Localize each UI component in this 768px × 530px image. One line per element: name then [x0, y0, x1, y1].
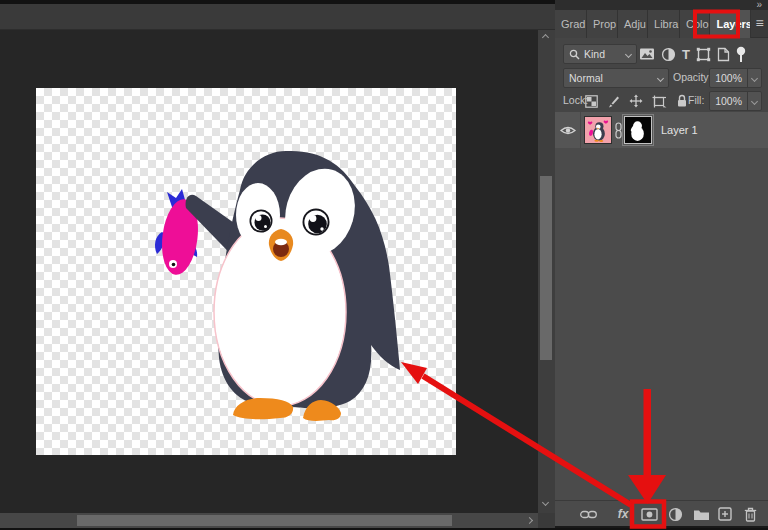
tab-adjustments[interactable]: Adju: [618, 10, 648, 38]
delete-layer-icon[interactable]: [741, 501, 759, 527]
mask-link-icon[interactable]: [612, 122, 624, 139]
filter-toggle-icon[interactable]: [736, 46, 746, 63]
lock-all-icon[interactable]: [676, 94, 688, 108]
photoshop-window: » Grad Prop Adju Libra Colo Layers ≡ Kin…: [0, 0, 768, 530]
blend-mode-select[interactable]: Normal: [563, 68, 669, 88]
scrollbar-corner: [538, 513, 555, 528]
layers-panel: » Grad Prop Adju Libra Colo Layers ≡ Kin…: [555, 0, 768, 530]
layers-list-empty-area: [555, 148, 768, 500]
fill-field[interactable]: 100%: [709, 91, 762, 111]
lock-transparency-icon[interactable]: [585, 95, 598, 108]
opacity-field[interactable]: 100%: [709, 68, 762, 88]
layer-mask-thumbnail[interactable]: [624, 116, 652, 144]
blend-mode-value: Normal: [569, 72, 603, 84]
canvas-area[interactable]: [0, 30, 538, 513]
filter-shape-layers-icon[interactable]: [696, 47, 711, 62]
scroll-down-icon[interactable]: [542, 499, 549, 506]
panel-dock-header: »: [555, 0, 768, 10]
chevron-down-icon: [625, 50, 632, 57]
lock-position-icon[interactable]: [629, 94, 643, 108]
tab-color[interactable]: Colo: [680, 10, 711, 38]
search-icon: [569, 49, 580, 60]
layer-filter-row: Kind T: [555, 42, 768, 66]
filter-pixel-layers-icon[interactable]: [639, 47, 655, 61]
tab-gradients[interactable]: Grad: [555, 10, 587, 38]
scroll-up-icon[interactable]: [542, 34, 549, 41]
fill-label: Fill:: [688, 94, 704, 106]
add-layer-mask-icon[interactable]: [639, 501, 659, 527]
eye-icon[interactable]: [560, 125, 576, 136]
link-layers-icon[interactable]: [579, 501, 597, 527]
panel-menu-icon[interactable]: ≡: [751, 10, 768, 37]
lock-row: Lock: Fill: 100%: [555, 90, 768, 112]
expand-panels-icon[interactable]: »: [756, 0, 762, 10]
layer-effects-icon[interactable]: fx: [613, 501, 633, 527]
chevron-down-icon: [657, 74, 664, 81]
fill-value: 100%: [710, 95, 747, 107]
layer-visibility-cell[interactable]: [555, 112, 581, 148]
opacity-label: Opacity:: [673, 71, 712, 83]
filter-kind-value: Kind: [584, 48, 605, 60]
vertical-scroll-thumb[interactable]: [540, 176, 552, 360]
document-canvas[interactable]: [36, 88, 456, 455]
layers-panel-bottom-bar: fx: [555, 500, 768, 526]
new-group-icon[interactable]: [691, 501, 711, 527]
tab-libraries[interactable]: Libra: [648, 10, 680, 38]
filter-adjustment-layers-icon[interactable]: [661, 47, 676, 62]
penguin-artwork: [36, 88, 456, 455]
filter-type-layers-icon[interactable]: T: [682, 47, 690, 62]
fill-dropdown[interactable]: [747, 92, 761, 110]
horizontal-scrollbar[interactable]: [0, 513, 538, 528]
tab-properties[interactable]: Prop: [587, 10, 618, 38]
new-adjustment-layer-icon[interactable]: [666, 501, 684, 527]
blend-mode-row: Normal Opacity: 100%: [555, 66, 768, 90]
opacity-dropdown[interactable]: [747, 69, 761, 87]
lock-artboard-icon[interactable]: [652, 95, 667, 108]
panel-tab-strip: Grad Prop Adju Libra Colo Layers ≡: [555, 10, 768, 38]
options-bar: [0, 4, 555, 30]
tab-layers[interactable]: Layers: [710, 10, 750, 38]
horizontal-scroll-thumb[interactable]: [77, 515, 452, 526]
filter-smart-objects-icon[interactable]: [717, 47, 730, 62]
new-layer-icon[interactable]: [716, 501, 734, 527]
layer-name[interactable]: Layer 1: [661, 124, 698, 136]
vertical-scrollbar[interactable]: [538, 30, 555, 513]
scroll-right-icon[interactable]: [526, 517, 533, 524]
opacity-value: 100%: [710, 72, 747, 84]
layer-thumbnail[interactable]: [584, 116, 612, 144]
filter-kind-select[interactable]: Kind: [563, 44, 637, 64]
lock-pixels-icon[interactable]: [607, 95, 620, 108]
layer-row-layer1[interactable]: Layer 1: [555, 112, 768, 148]
